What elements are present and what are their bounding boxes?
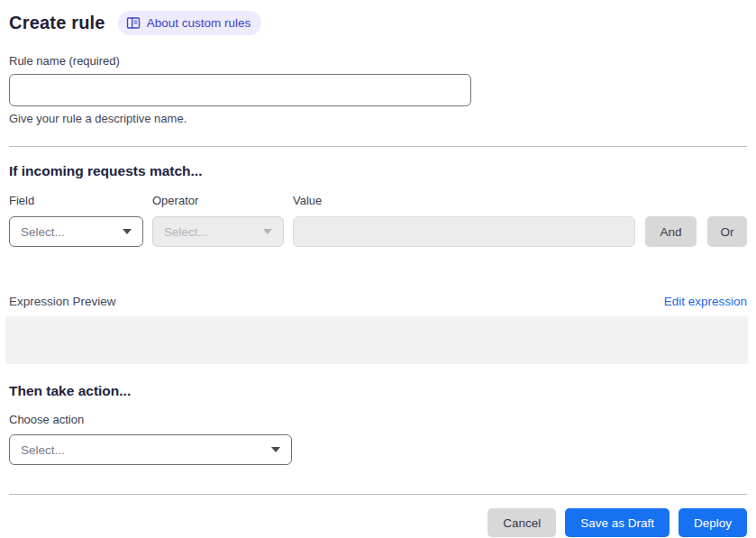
about-custom-rules-link[interactable]: About custom rules bbox=[118, 11, 262, 35]
field-select-value: Select... bbox=[21, 225, 65, 239]
field-select[interactable]: Select... bbox=[9, 216, 143, 247]
about-badge-label: About custom rules bbox=[147, 17, 251, 30]
operator-label: Operator bbox=[152, 194, 284, 207]
field-label: Field bbox=[9, 194, 143, 207]
choose-action-select[interactable]: Select... bbox=[9, 434, 292, 465]
value-column: Value bbox=[293, 194, 635, 247]
operator-column: Operator Select... bbox=[152, 194, 284, 247]
match-section-heading: If incoming requests match... bbox=[9, 163, 747, 179]
rule-name-input[interactable] bbox=[9, 74, 471, 106]
expression-preview-label: Expression Preview bbox=[9, 295, 116, 308]
or-button[interactable]: Or bbox=[707, 216, 747, 247]
section-divider-top bbox=[9, 146, 747, 147]
edit-expression-link[interactable]: Edit expression bbox=[664, 295, 747, 308]
value-input[interactable] bbox=[293, 216, 635, 247]
section-divider-bottom bbox=[9, 494, 747, 495]
deploy-button[interactable]: Deploy bbox=[679, 508, 747, 537]
choose-action-label: Choose action bbox=[9, 413, 747, 426]
page-title: Create rule bbox=[9, 13, 105, 33]
create-rule-page: Create rule About custom rules Rule name… bbox=[0, 0, 756, 537]
page-header: Create rule About custom rules bbox=[9, 11, 747, 35]
cancel-button[interactable]: Cancel bbox=[487, 508, 556, 537]
action-section-heading: Then take action... bbox=[9, 383, 747, 399]
footer-actions: Cancel Save as Draft Deploy bbox=[9, 508, 747, 537]
rule-name-helper: Give your rule a descriptive name. bbox=[9, 112, 747, 125]
chevron-down-icon bbox=[271, 447, 280, 452]
chevron-down-icon bbox=[263, 229, 272, 234]
docs-icon bbox=[126, 16, 141, 30]
expression-preview-box bbox=[5, 316, 748, 364]
chevron-down-icon bbox=[123, 229, 132, 234]
save-as-draft-button[interactable]: Save as Draft bbox=[565, 508, 669, 537]
operator-select[interactable]: Select... bbox=[152, 216, 284, 247]
match-row: Field Select... Operator Select... Value… bbox=[9, 194, 747, 247]
and-button[interactable]: And bbox=[645, 216, 697, 247]
rule-name-label: Rule name (required) bbox=[9, 54, 747, 68]
field-column: Field Select... bbox=[9, 194, 143, 247]
expression-preview-row: Expression Preview Edit expression bbox=[9, 295, 747, 308]
choose-action-value: Select... bbox=[21, 443, 65, 457]
value-label: Value bbox=[293, 194, 635, 207]
operator-select-value: Select... bbox=[164, 225, 208, 239]
